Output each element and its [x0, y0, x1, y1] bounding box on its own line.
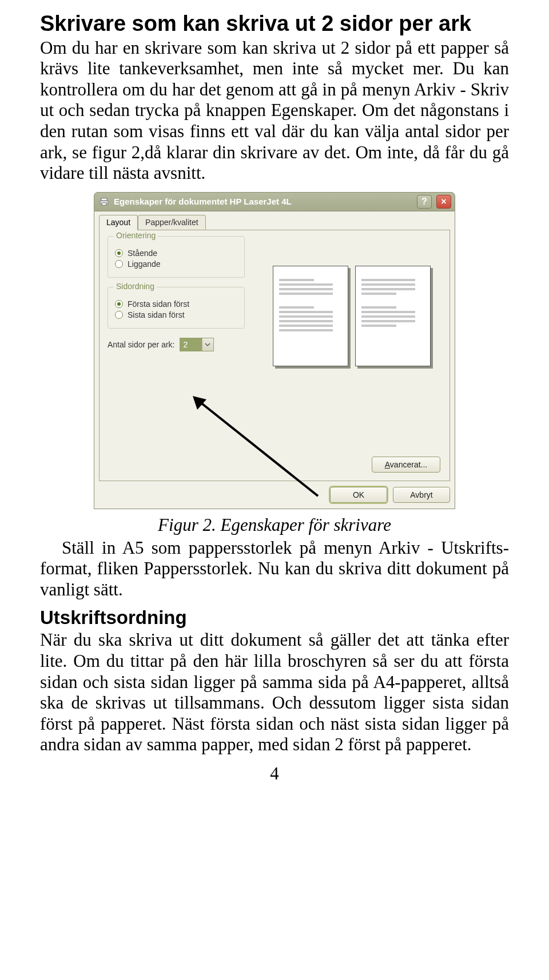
radio-icon: [115, 249, 123, 257]
radio-icon: [115, 311, 123, 319]
radio-icon: [115, 260, 123, 268]
radio-first-page-first[interactable]: Första sidan först: [115, 299, 237, 309]
ok-button[interactable]: OK: [330, 487, 387, 503]
tab-strip: Layout Papper/kvalitet: [99, 215, 450, 230]
preview-page: [273, 266, 348, 366]
page-order-legend: Sidordning: [114, 282, 157, 291]
pages-per-sheet-label: Antal sidor per ark:: [108, 340, 175, 349]
svg-rect-2: [102, 203, 106, 205]
printer-icon: [99, 197, 109, 207]
dialog-titlebar: Egenskaper för dokumentet HP LaserJet 4L…: [94, 192, 455, 211]
page-number: 4: [40, 763, 509, 784]
pages-per-sheet-dropdown[interactable]: 2: [180, 338, 214, 351]
svg-rect-0: [101, 198, 107, 201]
radio-label: Liggande: [128, 259, 161, 269]
pages-preview: [263, 247, 440, 385]
page-order-group: Sidordning Första sidan först Sista sida…: [108, 287, 245, 329]
advanced-button[interactable]: Avancerat...: [372, 457, 440, 473]
tab-panel-layout: Orientering Stående Liggande Sidordning …: [99, 230, 450, 481]
cancel-button[interactable]: Avbryt: [393, 487, 450, 503]
para-after-figure: Ställ in A5 som pappersstorlek på menyn …: [40, 538, 509, 601]
properties-dialog: Egenskaper för dokumentet HP LaserJet 4L…: [94, 192, 455, 509]
radio-portrait[interactable]: Stående: [115, 249, 237, 258]
orientation-group: Orientering Stående Liggande: [108, 236, 245, 278]
intro-paragraph: Om du har en skrivare som kan skriva ut …: [40, 38, 509, 184]
figure-caption: Figur 2. Egenskaper för skrivare: [40, 515, 509, 535]
dialog-body: Layout Papper/kvalitet Orientering Ståen…: [94, 211, 455, 509]
doc-heading: Skrivare som kan skriva ut 2 sidor per a…: [40, 11, 509, 37]
radio-label: Första sidan först: [128, 299, 189, 309]
dropdown-value: 2: [180, 338, 202, 351]
radio-landscape[interactable]: Liggande: [115, 259, 237, 269]
orientation-legend: Orientering: [114, 231, 158, 240]
radio-icon: [115, 300, 123, 308]
tab-layout[interactable]: Layout: [99, 215, 138, 230]
print-order-paragraph: När du ska skriva ut ditt dokument så gä…: [40, 630, 509, 755]
help-button[interactable]: ?: [417, 195, 432, 209]
dialog-title: Egenskaper för dokumentet HP LaserJet 4L: [114, 197, 412, 206]
close-button[interactable]: ×: [436, 195, 451, 209]
dialog-button-row: OK Avbryt: [99, 487, 450, 503]
tab-paper-quality[interactable]: Papper/kvalitet: [138, 215, 206, 230]
chevron-down-icon: [202, 338, 213, 351]
preview-page: [355, 266, 431, 366]
radio-label: Sista sidan först: [128, 310, 185, 319]
radio-label: Stående: [128, 249, 157, 258]
doc-subheading: Utskriftsordning: [40, 607, 509, 629]
radio-last-page-first[interactable]: Sista sidan först: [115, 310, 237, 319]
